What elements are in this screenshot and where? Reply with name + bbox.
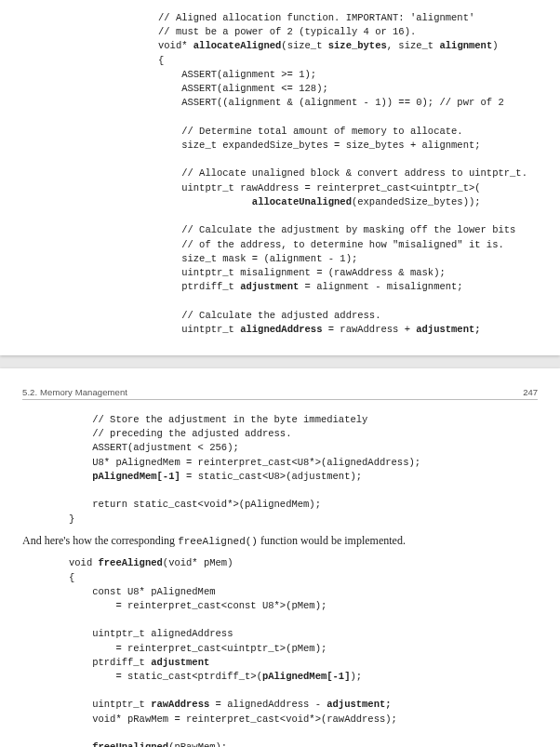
page-lower: 5.2. Memory Management 247 // Store the …: [0, 368, 560, 747]
para-text-pre: And here's how the corresponding: [22, 534, 178, 547]
inline-code-freealigned: freeAligned(): [178, 536, 258, 547]
section-title: 5.2. Memory Management: [22, 387, 127, 397]
code-block-store: // Store the adjustment in the byte imme…: [69, 413, 538, 527]
page-number: 247: [523, 387, 538, 397]
page-upper: // Aligned allocation function. IMPORTAN…: [0, 0, 560, 355]
code-block-allocate: // Aligned allocation function. IMPORTAN…: [158, 11, 541, 337]
paragraph-free-intro: And here's how the corresponding freeAli…: [22, 532, 538, 550]
code-block-free: void freeAligned(void* pMem) { const U8*…: [69, 556, 538, 747]
page-header: 5.2. Memory Management 247: [22, 387, 538, 400]
para-text-post: function would be implemented.: [258, 534, 406, 547]
